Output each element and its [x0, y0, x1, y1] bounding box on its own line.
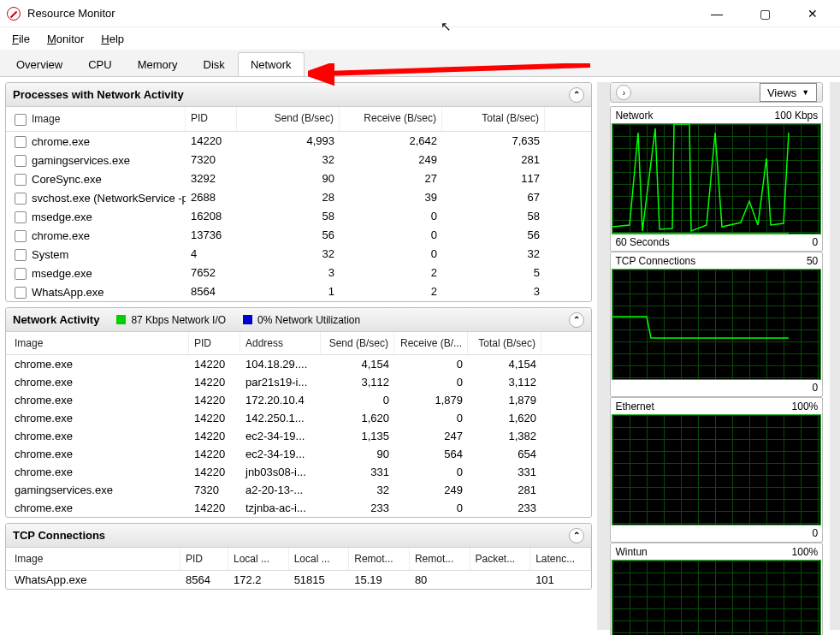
- menu-file[interactable]: File: [7, 31, 35, 47]
- col-recv[interactable]: Receive (B/sec): [340, 107, 442, 131]
- row-checkbox[interactable]: [15, 268, 27, 280]
- io-swatch: [116, 315, 126, 324]
- graph-scale: 100%: [792, 401, 819, 412]
- row-checkbox[interactable]: [15, 211, 27, 223]
- panel-processes-title: Processes with Network Activity: [13, 88, 184, 101]
- graph-network: Network100 Kbps 60 Seconds0: [610, 106, 823, 252]
- tab-disk[interactable]: Disk: [191, 52, 238, 76]
- minimize-button[interactable]: ―: [705, 7, 729, 21]
- tabs: Overview CPU Memory Disk Network: [0, 50, 840, 77]
- table-row[interactable]: chrome.exe 14220ec2-34-19... 90564654: [6, 445, 591, 463]
- table-row[interactable]: chrome.exe 14220ec2-34-19... 1,1352471,3…: [6, 427, 591, 445]
- table-row[interactable]: WhatsApp.exe 85641 23: [6, 282, 591, 301]
- tab-overview[interactable]: Overview: [3, 52, 75, 76]
- table-row[interactable]: msedge.exe 76523 25: [6, 264, 591, 282]
- tcp-header[interactable]: Image PID Local ... Local ... Remot... R…: [6, 548, 591, 571]
- table-row[interactable]: msedge.exe 1620858 058: [6, 207, 591, 226]
- col-total[interactable]: Total (B/sec): [442, 107, 545, 131]
- table-row[interactable]: CoreSync.exe 329290 27117: [6, 169, 591, 188]
- panel-tcp-title: TCP Connections: [13, 529, 105, 542]
- row-checkbox[interactable]: [15, 230, 27, 242]
- table-row[interactable]: chrome.exe 14220104.18.29.... 4,15404,15…: [6, 355, 591, 373]
- menubar: File Monitor Help: [0, 27, 840, 50]
- col-send[interactable]: Send (B/sec): [321, 332, 394, 354]
- col-pid[interactable]: PID: [186, 107, 237, 131]
- collapse-button[interactable]: ⌃: [569, 87, 584, 103]
- tab-cpu[interactable]: CPU: [75, 52, 124, 76]
- graph-scale: 50: [807, 255, 818, 267]
- col-localport[interactable]: Local ...: [289, 548, 350, 570]
- status-io: 87 Kbps Network I/O: [131, 314, 226, 326]
- col-addr[interactable]: Address: [240, 332, 321, 354]
- table-row[interactable]: chrome.exe 14220172.20.10.4 01,8791,879: [6, 391, 591, 409]
- views-dropdown[interactable]: Views▼: [760, 83, 817, 102]
- table-row[interactable]: svchost.exe (NetworkService -p) 268828 3…: [6, 188, 591, 207]
- titlebar: Resource Monitor ― ▢ ✕: [0, 0, 840, 27]
- graph-footer-left: 60 Seconds: [615, 236, 669, 248]
- left-scrollbar[interactable]: [597, 82, 611, 630]
- right-toolbar: › Views▼: [610, 82, 823, 103]
- window-title: Resource Monitor: [27, 7, 115, 20]
- collapse-button[interactable]: ⌃: [569, 528, 584, 543]
- graph-footer-right: 0: [813, 527, 819, 539]
- graph-tcp-connections: TCP Connections50 0: [610, 252, 823, 397]
- row-checkbox[interactable]: [15, 193, 27, 205]
- panel-activity-title: Network Activity: [13, 313, 99, 326]
- col-send[interactable]: Send (B/sec): [237, 107, 340, 131]
- right-scrollbar[interactable]: [830, 82, 840, 630]
- table-row[interactable]: System 432 032: [6, 245, 591, 264]
- activity-header[interactable]: Image PID Address Send (B/sec) Receive (…: [6, 332, 591, 355]
- graph-scale: 100 Kbps: [775, 110, 819, 122]
- graph-ethernet: Ethernet100% 0: [610, 397, 823, 543]
- graph-footer-right: 0: [813, 236, 819, 248]
- col-remoteaddr[interactable]: Remot...: [349, 548, 410, 570]
- panel-processes: Processes with Network Activity ⌃ Image …: [5, 82, 592, 302]
- expand-right-button[interactable]: ›: [616, 85, 631, 100]
- col-recv[interactable]: Receive (B/...: [394, 332, 468, 354]
- window-controls: ― ▢ ✕: [705, 7, 833, 21]
- col-remoteport[interactable]: Remot...: [410, 548, 470, 570]
- graph-title: Network: [615, 110, 653, 122]
- table-row[interactable]: chrome.exe 14220par21s19-i... 3,11203,11…: [6, 373, 591, 391]
- close-button[interactable]: ✕: [801, 7, 825, 21]
- processes-header[interactable]: Image PID Send (B/sec) Receive (B/sec) T…: [6, 107, 591, 132]
- table-row[interactable]: WhatsApp.exe8564 172.25181515.19 80101: [6, 571, 591, 589]
- panel-activity: Network Activity 87 Kbps Network I/O 0% …: [5, 307, 592, 518]
- col-localaddr[interactable]: Local ...: [228, 548, 289, 570]
- tab-network[interactable]: Network: [238, 52, 305, 76]
- row-checkbox[interactable]: [15, 287, 27, 299]
- col-pid[interactable]: PID: [180, 548, 228, 570]
- row-checkbox[interactable]: [15, 174, 27, 186]
- maximize-button[interactable]: ▢: [753, 7, 777, 21]
- row-checkbox[interactable]: [15, 249, 27, 261]
- col-image[interactable]: Image: [32, 113, 60, 125]
- menu-monitor[interactable]: Monitor: [42, 31, 89, 47]
- col-latency[interactable]: Latenc...: [530, 548, 591, 570]
- row-checkbox[interactable]: [15, 155, 27, 167]
- col-total[interactable]: Total (B/sec): [468, 332, 541, 354]
- col-image[interactable]: Image: [6, 548, 180, 570]
- graph-scale: 100%: [792, 546, 819, 558]
- menu-help[interactable]: Help: [96, 31, 129, 47]
- collapse-button[interactable]: ⌃: [569, 312, 584, 328]
- table-row[interactable]: chrome.exe 1373656 056: [6, 226, 591, 245]
- col-packetloss[interactable]: Packet...: [470, 548, 531, 570]
- table-row[interactable]: gamingservices.exe 7320a2-20-13-... 3224…: [6, 481, 591, 499]
- table-row[interactable]: chrome.exe 14220tzjnba-ac-i... 2330233: [6, 499, 591, 517]
- col-pid[interactable]: PID: [189, 332, 240, 354]
- graph-title: Ethernet: [615, 401, 654, 412]
- row-checkbox[interactable]: [15, 136, 27, 148]
- table-row[interactable]: chrome.exe 14220142.250.1... 1,62001,620: [6, 409, 591, 427]
- graph-wintun: Wintun100%: [610, 543, 823, 635]
- graph-title: TCP Connections: [615, 255, 695, 267]
- chevron-down-icon: ▼: [802, 88, 809, 97]
- table-row[interactable]: gamingservices.exe 732032 249281: [6, 151, 591, 169]
- table-row[interactable]: chrome.exe 142204,993 2,6427,635: [6, 132, 591, 151]
- checkbox-all[interactable]: [15, 114, 27, 126]
- util-swatch: [243, 315, 252, 324]
- views-label: Views: [767, 86, 796, 99]
- col-image[interactable]: Image: [6, 332, 189, 354]
- tab-memory[interactable]: Memory: [125, 52, 191, 76]
- panel-tcp: TCP Connections ⌃ Image PID Local ... Lo…: [5, 523, 592, 590]
- table-row[interactable]: chrome.exe 14220jnb03s08-i... 3310331: [6, 463, 591, 481]
